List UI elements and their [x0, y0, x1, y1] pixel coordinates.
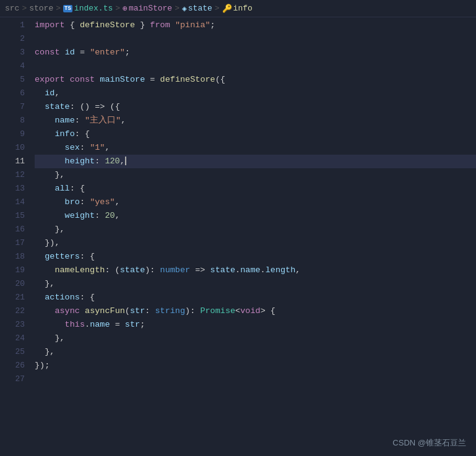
code-line-5: export const mainStore = defineStore({ [35, 73, 476, 87]
breadcrumb-ts-icon: TS [63, 5, 72, 12]
code-line-23: this.name = str; [35, 318, 476, 332]
code-line-26: }); [35, 359, 476, 372]
code-line-13: all: { [35, 182, 476, 196]
code-line-10: sex: "1", [35, 141, 476, 155]
code-area: 1234567891011121314151617181920212223242… [0, 17, 476, 456]
code-line-7: state: () => ({ [35, 100, 476, 114]
line-number-23: 23 [5, 318, 25, 332]
line-number-19: 19 [5, 264, 25, 277]
breadcrumb-state: state [188, 4, 212, 13]
code-line-19: nameLength: (state): number => state.nam… [35, 264, 476, 277]
csdn-watermark: CSDN @锥茎石豆兰 [392, 437, 466, 449]
line-number-13: 13 [5, 182, 25, 196]
line-number-25: 25 [5, 345, 25, 359]
line-number-6: 6 [5, 87, 25, 100]
line-number-15: 15 [5, 209, 25, 223]
code-line-15: weight: 20, [35, 209, 476, 223]
code-line-2 [35, 32, 476, 46]
code-line-25: }, [35, 345, 476, 359]
breadcrumb-file: index.ts [74, 4, 113, 13]
line-number-3: 3 [5, 46, 25, 59]
code-line-16: }, [35, 223, 476, 236]
breadcrumb-state-icon: ◈ [182, 4, 187, 14]
line-number-9: 9 [5, 127, 25, 141]
code-line-20: }, [35, 277, 476, 291]
text-cursor [125, 157, 126, 165]
code-line-8: name: "主入口", [35, 114, 476, 127]
editor-container: 1234567891011121314151617181920212223242… [0, 17, 476, 456]
code-line-21: actions: { [35, 291, 476, 304]
line-number-8: 8 [5, 114, 25, 127]
line-number-10: 10 [5, 141, 25, 155]
line-number-4: 4 [5, 59, 25, 73]
breadcrumb-store: store [29, 4, 53, 13]
line-number-14: 14 [5, 196, 25, 209]
code-line-22: async asyncFun(str: string): Promise<voi… [35, 304, 476, 318]
line-number-1: 1 [5, 19, 25, 32]
line-number-21: 21 [5, 291, 25, 304]
breadcrumb-key-icon: 🔑 [222, 4, 232, 14]
line-number-2: 2 [5, 32, 25, 46]
line-number-11: 11 [5, 155, 25, 168]
code-line-1: import { defineStore } from "pinia"; [35, 19, 476, 32]
code-lines[interactable]: import { defineStore } from "pinia"; con… [30, 17, 476, 456]
line-number-22: 22 [5, 304, 25, 318]
line-number-20: 20 [5, 277, 25, 291]
code-line-3: const id = "enter"; [35, 46, 476, 59]
line-number-17: 17 [5, 236, 25, 250]
code-line-24: }, [35, 332, 476, 345]
line-number-16: 16 [5, 223, 25, 236]
line-numbers: 1234567891011121314151617181920212223242… [0, 17, 30, 456]
code-line-17: }), [35, 236, 476, 250]
line-number-27: 27 [5, 372, 25, 386]
line-number-24: 24 [5, 332, 25, 345]
code-line-11: height: 120, [35, 155, 476, 168]
code-line-18: getters: { [35, 250, 476, 264]
line-number-12: 12 [5, 168, 25, 182]
code-line-4 [35, 59, 476, 73]
breadcrumb-module-icon: ⊕ [123, 4, 128, 14]
line-number-26: 26 [5, 359, 25, 372]
code-line-6: id, [35, 87, 476, 100]
breadcrumb-mainstore: mainStore [129, 4, 172, 13]
code-line-12: }, [35, 168, 476, 182]
line-number-18: 18 [5, 250, 25, 264]
code-line-14: bro: "yes", [35, 196, 476, 209]
line-number-5: 5 [5, 73, 25, 87]
breadcrumb-info: info [233, 4, 253, 13]
code-line-27 [35, 372, 476, 386]
breadcrumb-bar: src > store > TSindex.ts > ⊕mainStore > … [0, 0, 476, 17]
code-line-9: info: { [35, 127, 476, 141]
breadcrumb-src: src [5, 4, 19, 13]
line-number-7: 7 [5, 100, 25, 114]
